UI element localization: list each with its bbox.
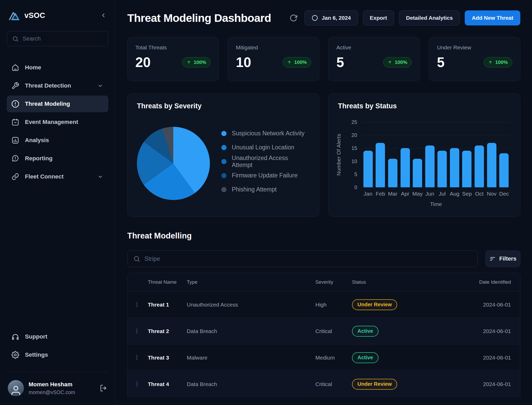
bar-may: [413, 159, 422, 187]
stat-delta-value: 100%: [395, 59, 407, 65]
gridline: [362, 187, 510, 188]
chevron-down-icon: [97, 173, 104, 180]
threats-by-status-card: Threats by Status Number Of Alerts 05101…: [328, 94, 520, 217]
user-profile[interactable]: Momen Hesham momen@vSOC.com: [7, 380, 108, 396]
table-search-input[interactable]: [144, 255, 472, 262]
date-identified: 2024-06-01: [449, 355, 511, 361]
alert-octagon-icon: [11, 100, 19, 108]
sidebar-collapse-button[interactable]: [100, 12, 107, 19]
row-checkbox[interactable]: [136, 381, 137, 387]
status-badge: Under Review: [352, 299, 397, 310]
status-badge: Active: [352, 326, 378, 337]
bar-dec: [499, 153, 509, 187]
sidebar-search-box[interactable]: [7, 31, 108, 46]
sidebar-item-fleet-connect[interactable]: Fleet Connect: [7, 168, 108, 185]
stat-value: 20: [135, 54, 151, 70]
x-tick-label: Aug: [448, 191, 461, 197]
sidebar-item-label: Reporting: [25, 155, 52, 162]
threat-type: Malware: [187, 355, 315, 361]
sidebar-item-label: Event Management: [25, 119, 78, 125]
stat-delta-badge: 100%: [182, 57, 211, 68]
date-picker-button[interactable]: Jan 6, 2024: [304, 10, 358, 25]
threat-severity: Medium: [315, 355, 352, 361]
bar-chart-y-axis-label: Number Of Alerts: [335, 122, 342, 187]
bar-apr: [401, 148, 410, 187]
gear-icon: [11, 351, 19, 359]
filters-button[interactable]: Filters: [486, 250, 520, 267]
row-checkbox[interactable]: [136, 302, 137, 307]
sidebar-item-support[interactable]: Support: [7, 328, 108, 345]
status-badge: Active: [352, 352, 378, 363]
export-label: Export: [370, 15, 387, 21]
pie-chart-title: Threats by Severity: [137, 102, 310, 110]
bar-oct: [475, 145, 484, 187]
bar-jan: [363, 151, 373, 187]
stat-label: Under Review: [437, 44, 512, 51]
date-identified: 2024-06-01: [449, 302, 511, 308]
filters-label: Filters: [499, 255, 516, 262]
column-header-severity: Severity: [315, 279, 352, 285]
sidebar-item-label: Support: [25, 333, 47, 340]
stat-delta-value: 100%: [495, 59, 508, 65]
threat-severity: High: [315, 302, 352, 308]
header-actions: Jan 6, 2024 Export Detailed Analytics Ad…: [289, 10, 520, 25]
legend-label: Suspicious Network Activity: [232, 130, 304, 137]
table-row-threat-4[interactable]: Threat 4Data BreachCriticalUnder Review2…: [128, 371, 520, 397]
sidebar-item-event-management[interactable]: Event Management: [7, 114, 108, 130]
y-tick-label: 15: [351, 145, 357, 151]
sidebar-divider: [7, 372, 108, 372]
legend-item: Firmware Update Failure: [221, 172, 310, 179]
bar-chart-x-axis-label: Time: [362, 201, 510, 207]
x-tick-label: Oct: [473, 191, 486, 197]
date-identified: 2024-06-01: [449, 328, 511, 334]
avatar: [8, 380, 24, 396]
stat-delta-badge: 100%: [283, 57, 311, 68]
sidebar-item-reporting[interactable]: Reporting: [7, 150, 108, 167]
y-tick-label: 20: [351, 132, 357, 138]
sidebar-item-label: Analysis: [25, 137, 49, 144]
stat-card-mitigated: Mitigated10100%: [228, 37, 319, 81]
table-row-threat-1[interactable]: Threat 1Unauthorized AccessHighUnder Rev…: [128, 291, 520, 318]
sidebar-item-threat-detection[interactable]: Threat Detection: [7, 77, 108, 94]
search-icon: [12, 36, 19, 42]
x-tick-label: Feb: [374, 191, 387, 197]
add-new-threat-label: Add New Threat: [472, 15, 513, 21]
table-row-threat-3[interactable]: Threat 3MalwareMediumActive2024-06-01: [128, 344, 520, 371]
vsoc-logo-icon: [8, 9, 20, 21]
add-new-threat-button[interactable]: Add New Threat: [465, 10, 520, 25]
stat-value: 5: [336, 54, 344, 70]
legend-dot: [221, 145, 227, 150]
legend-item: Unusual Login Location: [221, 144, 310, 151]
user-name: Momen Hesham: [29, 381, 75, 388]
threat-severity: Critical: [315, 328, 352, 334]
column-header-type: Type: [187, 279, 315, 285]
main-content: Threat Modeling Dashboard Jan 6, 2024 Ex…: [115, 0, 532, 405]
threat-type: Data Breach: [187, 328, 315, 334]
column-header-date-identified: Date Identified: [449, 279, 511, 285]
sidebar-search-input[interactable]: [23, 35, 103, 42]
stat-delta-value: 100%: [194, 59, 206, 65]
legend-label: Phishing Attempt: [232, 186, 277, 193]
arrow-up-icon: [488, 60, 493, 65]
sidebar-item-threat-modeling[interactable]: Threat Modeling: [7, 96, 108, 112]
x-tick-label: Jan: [362, 191, 374, 197]
chevron-down-icon: [97, 82, 104, 89]
threat-name: Threat 2: [148, 328, 187, 334]
export-button[interactable]: Export: [363, 10, 394, 25]
table-row-threat-2[interactable]: Threat 2Data BreachCriticalActive2024-06…: [128, 318, 520, 344]
detailed-analytics-button[interactable]: Detailed Analytics: [399, 10, 460, 25]
bar-nov: [487, 143, 496, 187]
sidebar-item-settings[interactable]: Settings: [7, 347, 108, 363]
sidebar-item-home[interactable]: Home: [7, 59, 108, 76]
row-checkbox[interactable]: [136, 355, 137, 360]
row-checkbox[interactable]: [136, 328, 137, 334]
table-search-box[interactable]: [127, 250, 478, 267]
refresh-button[interactable]: [289, 14, 297, 22]
table-header-row: Threat NameTypeSeverityStatusDate Identi…: [128, 273, 520, 291]
legend-label: Unauthorized Access Attempt: [232, 155, 310, 169]
stat-label: Mitigated: [236, 44, 311, 51]
legend-dot: [221, 131, 227, 136]
logout-button[interactable]: [99, 384, 107, 392]
sidebar-item-label: Home: [25, 64, 41, 71]
sidebar-item-analysis[interactable]: Analysis: [7, 132, 108, 149]
